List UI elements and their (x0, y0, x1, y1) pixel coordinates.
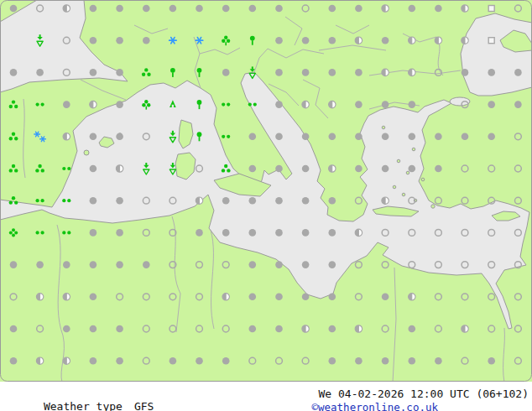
weather-symbol-overcast (488, 69, 495, 76)
weather-symbol-overcast (329, 133, 336, 141)
footer-left: Weather typeGFS (4, 388, 154, 411)
weather-symbol-partly-cloudy (90, 101, 96, 107)
weather-symbol-partly-cloudy (329, 165, 336, 172)
weather-symbol-overcast (275, 261, 283, 268)
weather-symbol-overcast (329, 69, 336, 76)
copyright: ©weatheronline.co.uk (311, 401, 438, 411)
weather-symbol-partly-cloudy (355, 325, 362, 332)
weather-symbol-overcast (462, 69, 469, 76)
weather-symbol-overcast (355, 101, 362, 108)
weather-symbol-overcast (249, 229, 257, 237)
weather-symbol-overcast (409, 101, 416, 108)
weather-symbol-overcast (90, 5, 97, 13)
weather-symbol-overcast (249, 294, 257, 301)
weather-symbol-partly-cloudy (63, 294, 70, 300)
weather-symbol-overcast (275, 229, 283, 237)
weather-symbol-overcast (116, 133, 123, 141)
weather-symbol-overcast (275, 5, 283, 13)
weather-symbol-overcast (302, 133, 310, 141)
weather-symbol-overcast (196, 357, 203, 365)
weather-symbol-overcast (435, 357, 442, 365)
weather-symbol-overcast (275, 133, 283, 141)
weather-symbol-partly-cloudy (302, 101, 309, 107)
weather-symbol-overcast (116, 197, 123, 205)
weather-symbol-partly-cloudy (63, 357, 70, 364)
weather-symbol-overcast (275, 294, 283, 301)
weather-symbol-overcast (63, 101, 70, 108)
weather-symbol-overcast (222, 229, 230, 237)
weather-symbol-partly-cloudy (409, 37, 415, 44)
weather-symbol-partly-cloudy (222, 294, 229, 300)
weather-symbol-overcast (302, 261, 310, 268)
weather-symbol-overcast (36, 69, 44, 76)
weather-symbol-overcast (302, 197, 310, 205)
weather-symbol-overcast (382, 165, 389, 173)
weather-symbol-overcast (10, 69, 18, 76)
weather-symbol-overcast (170, 5, 177, 13)
weather-symbol-overcast (10, 261, 18, 268)
weather-symbol-partly-cloudy (382, 69, 389, 75)
weather-symbol-overcast (143, 261, 150, 268)
weather-symbol-partly-cloudy (462, 37, 468, 44)
weather-symbol-overcast (249, 165, 257, 173)
weather-symbol-overcast (355, 133, 362, 141)
weather-map (0, 0, 532, 382)
weather-symbol-overcast (196, 229, 203, 237)
weather-symbol-overcast (10, 325, 18, 333)
weather-symbol-partly-cloudy (63, 133, 70, 140)
weather-symbol-overcast (36, 261, 44, 268)
weather-symbol-overcast (488, 357, 495, 365)
weather-symbol-overcast (435, 133, 442, 141)
weather-symbol-overcast (382, 294, 389, 301)
valid-time: We 04-02-2026 12:00 UTC (06+102) (319, 388, 529, 400)
weather-symbol-overcast (409, 325, 416, 333)
weather-symbol-overcast (63, 325, 70, 333)
weather-symbol-overcast (329, 294, 336, 301)
weather-symbol-overcast (116, 101, 123, 108)
weather-symbol-overcast (63, 261, 70, 268)
weather-symbol-overcast (143, 37, 150, 44)
weather-symbol-partly-cloudy (36, 294, 43, 300)
weather-symbol-overcast (116, 69, 123, 76)
weather-symbol-overcast (488, 133, 495, 141)
weather-symbol-overcast (90, 229, 97, 237)
weather-symbol-overcast (90, 133, 97, 141)
weather-symbol-overcast (488, 101, 495, 108)
weather-symbol-partly-cloudy (462, 325, 468, 332)
weather-symbol-overcast (90, 294, 97, 301)
weather-symbol-overcast (222, 357, 230, 365)
weather-symbol-overcast (222, 69, 230, 76)
weather-symbol-overcast (90, 325, 97, 333)
weather-symbol-overcast (275, 37, 283, 44)
weather-symbol-overcast (90, 357, 97, 365)
weather-symbol-overcast (435, 5, 442, 13)
weather-symbol-overcast (90, 261, 97, 268)
weather-symbol-overcast (275, 165, 283, 173)
weather-symbol-overcast (329, 229, 336, 237)
weather-symbol-partly-cloudy (196, 197, 202, 204)
weather-symbol-overcast (196, 5, 203, 13)
weather-symbol-partly-cloudy (329, 101, 336, 107)
weather-symbol-partly-cloudy (355, 229, 362, 236)
weather-symbol-overcast (302, 69, 310, 76)
weather-symbol-overcast (275, 325, 283, 333)
weather-symbol-overcast (275, 197, 283, 205)
weather-symbol-overcast (329, 261, 336, 268)
weather-symbol-overcast (409, 133, 416, 141)
weather-symbol-partly-cloudy (409, 69, 415, 75)
weather-symbol-overcast (116, 261, 123, 268)
weather-symbol-overcast (382, 133, 389, 141)
weather-symbol-overcast (249, 197, 257, 205)
weather-symbol-partly-cloudy (63, 5, 70, 12)
weather-symbol-partly-cloudy (302, 325, 309, 332)
weather-symbol-overcast (329, 5, 336, 13)
weather-symbol-partly-cloudy (36, 357, 43, 364)
weather-symbol-overcast (10, 5, 18, 13)
weather-symbol-overcast (222, 5, 230, 13)
weather-symbol-overcast (409, 357, 416, 365)
weather-symbol-overcast (116, 229, 123, 237)
weather-symbol-overcast (355, 5, 362, 13)
weather-symbol-overcast (116, 5, 123, 13)
weather-symbol-partly-cloudy (409, 294, 415, 300)
weather-symbol-overcast (329, 197, 336, 205)
